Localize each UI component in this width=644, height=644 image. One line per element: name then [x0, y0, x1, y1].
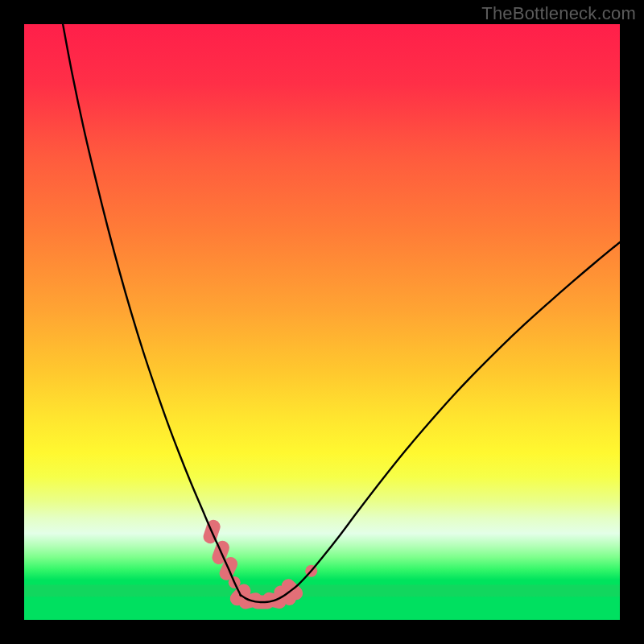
chart-frame: TheBottleneck.com — [0, 0, 644, 644]
watermark-text: TheBottleneck.com — [481, 3, 636, 24]
plot-area — [24, 24, 620, 620]
bottleneck-curve — [24, 24, 620, 620]
marker-layer — [201, 518, 317, 611]
curve-path — [63, 24, 620, 602]
